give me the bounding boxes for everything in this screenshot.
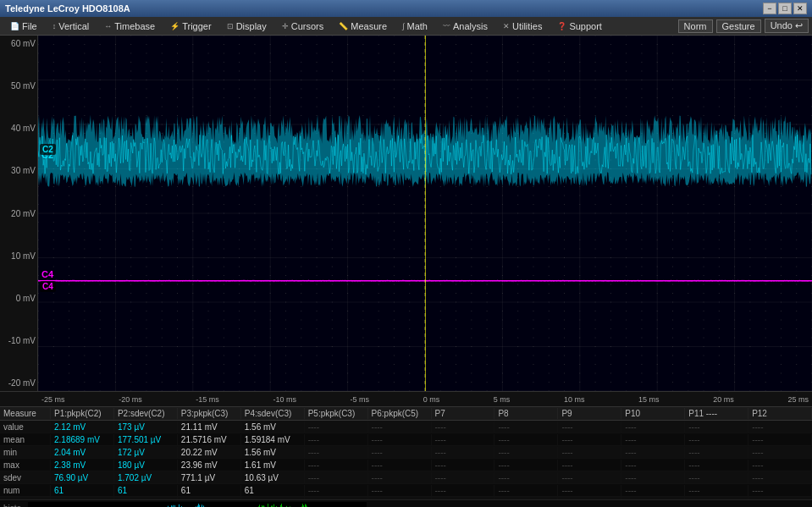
meas-p9-min: ---- <box>558 447 621 458</box>
x-label-8: 15 ms <box>638 395 660 404</box>
menu-analysis[interactable]: 〰 Analysis <box>436 19 494 33</box>
x-label-1: -20 ms <box>119 395 142 404</box>
title-bar: Teledyne LeCroy HDO8108A − □ ✕ <box>0 0 812 17</box>
meas-p12-mean: ---- <box>748 434 812 445</box>
meas-header-label: Measure <box>0 408 51 419</box>
meas-p8-max: ---- <box>494 460 558 471</box>
scope-container: 60 mV 50 mV 40 mV 30 mV 20 mV 10 mV 0 mV… <box>0 36 812 391</box>
meas-header-p8: P8 <box>494 408 558 419</box>
restore-button[interactable]: □ <box>778 3 792 14</box>
close-button[interactable]: ✕ <box>793 3 807 14</box>
window-title: Teledyne LeCroy HDO8108A <box>5 3 130 14</box>
menu-math[interactable]: ∫ Math <box>395 19 434 33</box>
meas-row-status: status ✓ ✓ ✓ ✓ ---- ---- ---- ---- ---- … <box>0 497 812 499</box>
meas-header-row: Measure P1:pkpk(C2) P2:sdev(C2) P3:pkpk(… <box>0 407 812 421</box>
vertical-icon: ↕ <box>52 22 57 30</box>
x-label-10: 25 ms <box>787 395 809 404</box>
x-label-2: -15 ms <box>196 395 219 404</box>
menu-trigger[interactable]: ⚡ Trigger <box>163 19 218 33</box>
meas-p6-sdev: ---- <box>368 472 432 483</box>
meas-p9-mean: ---- <box>558 434 621 445</box>
meas-header-p6: P6:pkpk(C5) <box>368 408 432 419</box>
meas-p1-max: 2.38 mV <box>51 460 114 471</box>
x-label-7: 10 ms <box>564 395 585 404</box>
meas-p7-min: ---- <box>432 447 495 458</box>
meas-p3-sdev: 771.1 µV <box>178 472 241 483</box>
x-label-6: 5 ms <box>494 395 511 404</box>
minimize-button[interactable]: − <box>763 3 776 14</box>
meas-p7-num: ---- <box>432 485 495 496</box>
meas-p8-mean: ---- <box>494 434 558 445</box>
meas-p10-status: ---- <box>621 498 685 500</box>
menu-timebase[interactable]: ↔ Timebase <box>97 19 162 33</box>
meas-p5-value: ---- <box>305 422 368 433</box>
meas-p5-status: ---- <box>305 498 368 500</box>
x-label-5: 0 ms <box>423 395 440 404</box>
meas-p2-status: ✓ <box>114 496 178 499</box>
norm-button[interactable]: Norm <box>678 19 713 33</box>
meas-p5-sdev: ---- <box>305 472 368 483</box>
measurement-table: Measure P1:pkpk(C2) P2:sdev(C2) P3:pkpk(… <box>0 406 812 499</box>
meas-p9-value: ---- <box>558 422 621 433</box>
meas-row-sdev: sdev 76.90 µV 1.702 µV 771.1 µV 10.63 µV… <box>0 471 812 484</box>
x-axis: -25 ms -20 ms -15 ms -10 ms -5 ms 0 ms 5… <box>0 391 812 406</box>
meas-header-p12: P12 <box>748 408 812 419</box>
menu-display[interactable]: ⊡ Display <box>220 19 273 33</box>
meas-p8-num: ---- <box>494 485 558 496</box>
meas-p3-mean: 21.5716 mV <box>178 434 241 445</box>
menu-bar: 📄 File ↕ Vertical ↔ Timebase ⚡ Trigger ⊡… <box>0 17 812 36</box>
x-label-9: 20 ms <box>713 395 734 404</box>
meas-p4-max: 1.61 mV <box>241 460 305 471</box>
meas-p12-value: ---- <box>748 422 812 433</box>
meas-p6-value: ---- <box>368 422 432 433</box>
meas-p2-mean: 177.501 µV <box>114 434 178 445</box>
meas-p11-sdev: ---- <box>685 472 748 483</box>
meas-label-sdev: sdev <box>0 472 51 483</box>
meas-header-p7: P7 <box>432 408 495 419</box>
meas-p3-status: ✓ <box>178 496 241 499</box>
meas-p5-max: ---- <box>305 460 368 471</box>
meas-p8-min: ---- <box>494 447 558 458</box>
gesture-button[interactable]: Gesture <box>716 19 761 33</box>
menu-utilities[interactable]: ✕ Utilities <box>496 19 549 33</box>
histo-label: histo <box>3 504 21 507</box>
undo-button[interactable]: Undo ↩ <box>765 19 809 33</box>
menu-cursors[interactable]: ✛ Cursors <box>275 19 331 33</box>
support-icon: ❓ <box>557 22 566 30</box>
y-axis: 60 mV 50 mV 40 mV 30 mV 20 mV 10 mV 0 mV… <box>0 36 38 391</box>
c2-channel-label: C2 <box>40 144 56 155</box>
meas-label-min: min <box>0 447 51 458</box>
meas-p10-num: ---- <box>621 485 685 496</box>
menu-vertical[interactable]: ↕ Vertical <box>46 19 97 33</box>
x-label-4: -5 ms <box>351 395 370 404</box>
meas-p7-max: ---- <box>432 460 495 471</box>
meas-p1-num: 61 <box>51 485 114 496</box>
meas-p7-value: ---- <box>432 422 495 433</box>
menu-right: Norm Gesture Undo ↩ <box>678 19 809 33</box>
meas-p12-sdev: ---- <box>748 472 812 483</box>
menu-file[interactable]: 📄 File <box>3 19 44 33</box>
menu-measure[interactable]: 📏 Measure <box>332 19 394 33</box>
trigger-icon: ⚡ <box>170 22 180 30</box>
meas-p2-sdev: 1.702 µV <box>114 472 178 483</box>
meas-p1-min: 2.04 mV <box>51 447 114 458</box>
meas-header-p11: P11 ---- <box>685 408 748 419</box>
meas-p12-num: ---- <box>748 485 812 496</box>
menu-support[interactable]: ❓ Support <box>550 19 609 33</box>
y-label-8: -20 mV <box>2 378 36 388</box>
meas-row-min: min 2.04 mV 172 µV 20.22 mV 1.56 mV ----… <box>0 446 812 459</box>
cursors-icon: ✛ <box>282 22 289 30</box>
meas-header-p1: P1:pkpk(C2) <box>51 408 114 419</box>
meas-p1-mean: 2.18689 mV <box>51 434 114 445</box>
waveform-canvas <box>38 36 812 391</box>
meas-p4-status: ✓ <box>241 496 305 499</box>
meas-p8-status: ---- <box>494 498 558 500</box>
meas-row-value: value 2.12 mV 173 µV 21.11 mV 1.56 mV --… <box>0 421 812 433</box>
waveform-area[interactable]: C2 C4 <box>38 36 812 391</box>
meas-p12-status: ---- <box>748 498 812 500</box>
meas-p4-min: 1.56 mV <box>241 447 305 458</box>
y-label-2: 40 mV <box>2 124 36 133</box>
meas-p9-max: ---- <box>558 460 621 471</box>
measure-icon: 📏 <box>339 22 348 30</box>
meas-p6-mean: ---- <box>368 434 432 445</box>
